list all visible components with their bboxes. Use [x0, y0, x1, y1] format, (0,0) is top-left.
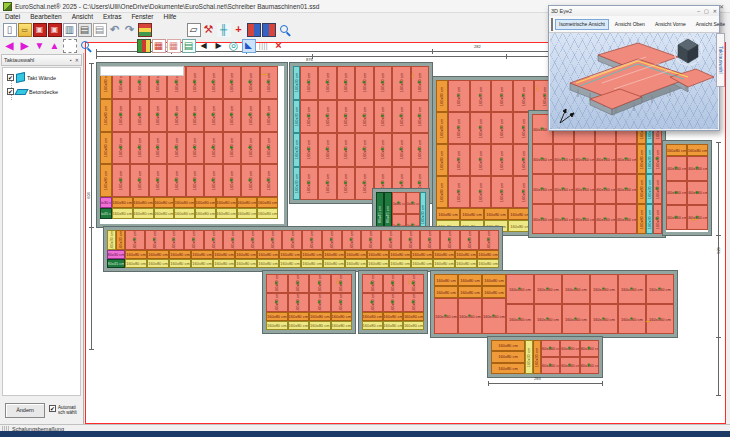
panel-orange[interactable]: 160x80 cm	[301, 250, 323, 259]
panel-white[interactable]	[100, 66, 184, 76]
panel-salmon[interactable]: 160x80 cm	[112, 132, 130, 165]
panel-salmon[interactable]: 160x160 cm	[666, 181, 687, 206]
panel-salmon[interactable]: 160x160 cm	[560, 357, 579, 374]
panel-yellow[interactable]: 160x80 cm	[383, 321, 404, 330]
panel-salmon[interactable]: 160x80 cm	[260, 132, 278, 165]
panel-salmon[interactable]: 160x80 cm	[186, 132, 204, 165]
panel-salmon[interactable]: 160x80 cm	[401, 230, 421, 250]
panel-salmon[interactable]: 160x80 cm	[403, 293, 424, 312]
panel-yellow[interactable]: 160x80 cm	[169, 259, 191, 268]
panel-salmon[interactable]: 160x160 cm	[580, 357, 599, 374]
panel-orange[interactable]: 160x80 cm	[235, 250, 257, 259]
panel-orange[interactable]: 160x80 cm	[112, 197, 133, 208]
panel-orange[interactable]: 160x80 cm	[288, 312, 310, 321]
panel-salmon[interactable]: 160x80 cm	[223, 132, 241, 165]
panel-salmon[interactable]: 160x80 cm	[204, 66, 222, 99]
panel-green[interactable]: 80x45 cm	[100, 208, 112, 219]
panel-salmon[interactable]: 160x160 cm	[532, 204, 553, 234]
panel-salmon[interactable]: 160x80 cm	[223, 230, 243, 250]
panel-salmon[interactable]: 160x80 cm	[149, 164, 167, 197]
panel-yellow[interactable]: 160x80 cm	[174, 208, 195, 219]
panel-salmon[interactable]: 160x160 cm	[618, 304, 646, 334]
panel-orange[interactable]: 160x80 cm	[436, 80, 448, 112]
panel-salmon[interactable]: 160x160 cm	[590, 274, 618, 304]
panel-salmon[interactable]: 160x80 cm	[362, 293, 383, 312]
panel-salmon[interactable]: 160x80 cm	[164, 230, 184, 250]
panel-orange[interactable]: 160x80 cm	[458, 274, 482, 286]
camera-icon[interactable]	[551, 18, 553, 31]
panel-salmon[interactable]: 160x80 cm	[167, 164, 185, 197]
panel-salmon[interactable]: 160x160 cm	[616, 174, 637, 204]
panel-yellow[interactable]: 160x80 cm	[216, 208, 237, 219]
panel-yellow[interactable]: 160x80 cm	[125, 259, 147, 268]
panel-orange[interactable]: 160x80 cm	[147, 250, 169, 259]
panel-cyan[interactable]: 160x30 cm	[646, 144, 653, 174]
panel-salmon[interactable]: 160x160 cm	[580, 340, 599, 357]
new-file-icon[interactable]: ▯	[3, 23, 17, 37]
panel-salmon[interactable]: 160x80 cm	[266, 293, 288, 312]
3d-preview-window[interactable]: 3D Eye2 – ▢ ✕ Isometrische Ansicht Ansic…	[548, 5, 720, 131]
panel-salmon[interactable]: 160x80 cm	[112, 164, 130, 197]
copy-layout-icon[interactable]: ▤	[182, 39, 196, 53]
panel-yellow[interactable]: 160x80 cm	[147, 259, 169, 268]
panel-salmon[interactable]: 160x80 cm	[470, 144, 492, 176]
panel-salmon[interactable]: 160x80 cm	[491, 80, 513, 112]
panel-salmon[interactable]: 160x80 cm	[241, 164, 259, 197]
panel-salmon[interactable]: 160x80 cm	[470, 112, 492, 144]
panel-salmon[interactable]: 160x80 cm	[337, 167, 355, 201]
panel-orange[interactable]: 160x80 cm	[362, 312, 383, 321]
panel-salmon[interactable]: 160x160 cm	[506, 304, 534, 334]
panel-salmon[interactable]: 160x80 cm	[470, 80, 492, 112]
save-icon[interactable]: ▣	[33, 23, 47, 37]
panel-salmon[interactable]: 160x80 cm	[337, 66, 355, 100]
panel-salmon[interactable]: 160x80 cm	[318, 100, 336, 134]
panel-salmon[interactable]: 160x80 cm	[448, 144, 470, 176]
panel-salmon[interactable]: 160x160 cm	[646, 274, 674, 304]
panel-salmon[interactable]: 160x80 cm	[479, 230, 499, 250]
panel-orange[interactable]: 160x80 cm	[687, 144, 708, 156]
panel-salmon[interactable]: 160x160 cm	[532, 144, 553, 174]
panel-salmon[interactable]: 160x160 cm	[666, 205, 687, 230]
panel-orange[interactable]: 160x80 cm	[403, 312, 424, 321]
undo-icon[interactable]: ↶	[108, 23, 122, 37]
deselect-icon[interactable]	[63, 39, 77, 53]
panel-close-icon[interactable]: ✕	[75, 57, 79, 63]
panel-orange[interactable]: 160x80 cm	[174, 197, 195, 208]
room-band[interactable]: 160x30 cm160x30 cm160x80 cm160x80 cm160x…	[104, 227, 502, 271]
panel-orange[interactable]: 160x80 cm	[477, 250, 499, 259]
wall-tool-icon[interactable]: ╫	[217, 23, 231, 37]
panel-salmon[interactable]: 160x80 cm	[361, 230, 381, 250]
panel-salmon[interactable]: 160x80 cm	[491, 112, 513, 144]
panel-orange[interactable]: 160x80 cm	[434, 274, 458, 286]
panel-salmon[interactable]: 160x80 cm	[241, 99, 259, 132]
panel-salmon[interactable]: 160x160 cm	[553, 204, 574, 234]
menu-ansicht[interactable]: Ansicht	[67, 12, 98, 21]
panel-yellow[interactable]: 160x80 cm	[477, 259, 499, 268]
panel-salmon[interactable]: 160x80 cm	[149, 99, 167, 132]
grid-red-icon[interactable]: ▦	[152, 39, 166, 53]
panel-salmon[interactable]: 160x80 cm	[204, 230, 224, 250]
panel-salmon[interactable]: 160x80 cm	[491, 144, 513, 176]
panel-salmon[interactable]: 160x80 cm	[263, 230, 283, 250]
room-lower3[interactable]: 160x80 cm160x80 cm160x80 cm160x80 cm160x…	[431, 271, 677, 337]
panel-salmon[interactable]: 160x160 cm	[574, 144, 595, 174]
auto-checkbox-box[interactable]: ✔	[49, 405, 56, 412]
panel-salmon[interactable]: 160x80 cm	[355, 100, 373, 134]
panel-salmon[interactable]: 160x160 cm	[666, 156, 687, 181]
panel-yellow[interactable]: 160x80 cm	[323, 259, 345, 268]
panel-orange[interactable]: 160x80 cm	[345, 250, 367, 259]
panel-orange[interactable]: 160x80 cm	[436, 208, 460, 220]
panel-salmon[interactable]: 160x80 cm	[362, 274, 383, 293]
nav-left-icon[interactable]: ◀	[3, 39, 17, 53]
panel-salmon[interactable]: 160x80 cm	[130, 132, 148, 165]
panel-salmon[interactable]: 160x80 cm	[300, 100, 318, 134]
3d-close-button[interactable]: ✕	[713, 8, 717, 14]
panel-salmon[interactable]: 160x160 cm	[482, 298, 506, 334]
panel-yellow[interactable]: 160x80 cm	[288, 321, 310, 330]
room-bottom[interactable]: 160x80 cm160x80 cm160x80 cm160x30 cm160x…	[488, 337, 602, 377]
panel-yellow[interactable]: 160x80 cm	[309, 321, 331, 330]
panel-orange[interactable]: 160x80 cm	[331, 312, 353, 321]
panel-orange[interactable]: 160x80 cm	[367, 250, 389, 259]
panel-salmon[interactable]: 160x80 cm	[243, 230, 263, 250]
panel-orange[interactable]: 160x80 cm	[100, 99, 112, 132]
